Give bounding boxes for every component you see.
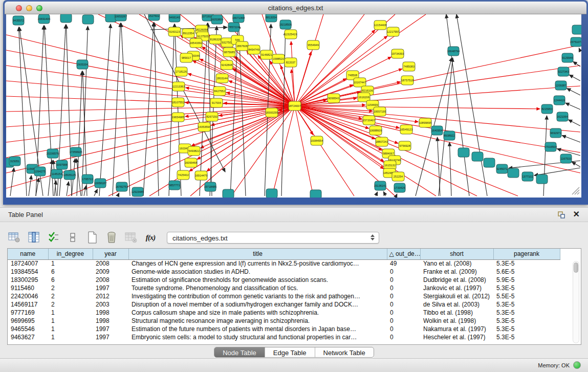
table-cell[interactable]: Jankovic et al. (1997) [420,284,493,292]
table-cell[interactable]: 1 [48,309,93,317]
tab-edge-table[interactable]: Edge Table [265,347,315,357]
graph-node[interactable]: 1145154 [51,169,62,179]
graph-node[interactable]: 8912354 [182,29,194,38]
graph-node[interactable]: 12154408 [374,20,386,30]
graph-node[interactable]: 15136141 [374,181,386,190]
table-cell[interactable]: 5.6E-5 [493,268,560,276]
graph-node[interactable]: 1244419 [554,96,565,105]
table-cell[interactable]: Dudbridge et al. (2008) [420,276,493,284]
table-cell[interactable]: Estimation of significance thresholds fo… [128,276,387,284]
show-columns-icon[interactable] [27,230,41,245]
column-header[interactable]: title [128,249,387,259]
graph-node[interactable]: 2867608 [236,41,248,51]
table-cell[interactable]: 2008 [93,259,128,268]
graph-node[interactable]: 16053809 [211,15,223,24]
column-header[interactable]: △ out_de… [387,249,420,259]
graph-node[interactable]: 16099468 [185,158,197,167]
table-row[interactable]: 946554611997Estimation of the future num… [8,325,560,333]
graph-node[interactable]: 9397588 [56,160,68,169]
table-cell[interactable]: 5.3E-5 [493,325,560,333]
table-cell[interactable]: 5.3E-5 [493,300,560,309]
graph-node[interactable]: 18807243 [376,137,388,146]
graph-node[interactable] [572,25,581,34]
column-header[interactable]: name [8,249,48,259]
graph-node[interactable]: 10899695 [419,118,431,127]
graph-node[interactable]: 9692971 [550,128,561,138]
table-select-dropdown[interactable]: citations_edges.txt [167,232,379,244]
table-cell[interactable]: Changes of HCN gene expression and I(f) … [128,259,387,268]
table-cell[interactable]: 14569117 [8,300,48,309]
close-panel-icon[interactable]: ✕ [573,209,580,219]
table-cell[interactable]: 18724007 [8,259,48,268]
table-row[interactable]: 977716911998Corpus callosum shape and si… [8,309,560,317]
table-vertical-scrollbar[interactable] [573,261,579,343]
table-row[interactable]: 969969511998Structural magnetic resonanc… [8,317,560,325]
table-cell[interactable]: 0 [387,333,420,341]
float-panel-icon[interactable] [557,211,565,219]
table-cell[interactable]: Nakamura et al. (1997) [420,325,493,333]
graph-node[interactable]: 16549123 [400,125,412,134]
table-cell[interactable]: 0 [387,268,420,276]
graph-node[interactable]: 12923485 [132,187,144,196]
tab-node-table[interactable]: Node Table [214,347,265,357]
graph-node[interactable]: 18107552 [172,98,184,107]
table-cell[interactable]: 1 [48,259,93,268]
table-cell[interactable]: Investigating the contribution of common… [128,292,387,300]
table-cell[interactable]: Tourette syndrome. Phenomenology and cla… [128,284,387,292]
graph-node[interactable]: 19218506 [279,20,292,29]
graph-node[interactable]: 9466140 [169,14,180,22]
graph-node[interactable]: 1394275 [34,167,46,176]
table-cell[interactable]: Yano et al. (2008) [420,259,493,268]
function-builder-icon[interactable]: f(x) [143,230,158,245]
table-cell[interactable]: de Silva et al. (2003) [420,300,493,309]
graph-node[interactable]: 1795722 [82,174,93,184]
table-cell[interactable]: 1997 [93,333,128,341]
graph-node[interactable]: 1733426 [394,183,405,192]
table-cell[interactable]: 2003 [93,300,128,309]
table-cell[interactable]: 2 [48,300,93,309]
table-cell[interactable]: 5.3E-5 [493,317,560,325]
graph-node[interactable] [458,148,469,157]
table-options-icon[interactable] [7,230,21,245]
delete-table-icon[interactable] [104,230,119,245]
table-cell[interactable]: 1997 [93,325,128,333]
table-cell[interactable]: Stergiakouli et al. (2012) [420,292,493,300]
graph-node[interactable]: 9435572 [13,16,24,25]
graph-node[interactable] [484,158,495,167]
table-cell[interactable]: Franke et al. (2009) [420,268,493,276]
graph-node[interactable]: 9857771 [169,181,180,190]
graph-node[interactable]: 2905334 [77,60,88,69]
table-cell[interactable]: 5.5E-5 [493,292,560,300]
graph-node[interactable]: 9099543 [328,94,340,103]
table-cell[interactable]: 9465546 [8,325,48,333]
graph-node[interactable]: 17359928 [70,147,82,157]
table-row[interactable]: 911546021997Tourette syndrome. Phenomeno… [8,284,560,292]
table-cell[interactable]: 1 [48,333,93,341]
table-cell[interactable]: 0 [387,317,420,325]
table-cell[interactable]: 2 [48,284,93,292]
table-row[interactable]: 1830029562008Estimation of significance … [8,276,560,284]
graph-node[interactable]: 10653267 [115,14,127,21]
graph-node[interactable]: 12217997 [387,27,399,36]
graph-node[interactable]: 20206576 [47,149,59,158]
graph-node[interactable]: 7425402 [177,170,189,180]
column-header[interactable]: pagerank [493,249,560,259]
table-cell[interactable]: Tibbo et al. (1998) [420,309,493,317]
table-cell[interactable]: 6 [48,276,93,284]
table-cell[interactable]: 5.3E-5 [493,284,560,292]
graph-node[interactable]: 18300295 [266,108,278,117]
graph-node[interactable]: 8427552 [213,86,226,96]
graph-node[interactable]: 2718126 [175,67,187,76]
graph-node[interactable] [310,190,321,198]
graph-node[interactable]: 16543392 [190,38,202,48]
graph-node[interactable]: 12325419 [285,30,297,39]
graph-node[interactable] [266,189,277,198]
table-cell[interactable]: 1998 [93,309,128,317]
graph-node[interactable]: 19654985 [172,113,184,122]
graph-node[interactable]: 1527602 [148,14,160,20]
graph-node[interactable]: 8813054 [266,14,277,22]
table-cell[interactable]: 2009 [93,268,128,276]
table-cell[interactable]: 5.9E-5 [493,276,560,284]
graph-node[interactable]: 8454749 [248,45,260,54]
table-cell[interactable]: 5.3E-5 [493,309,560,317]
